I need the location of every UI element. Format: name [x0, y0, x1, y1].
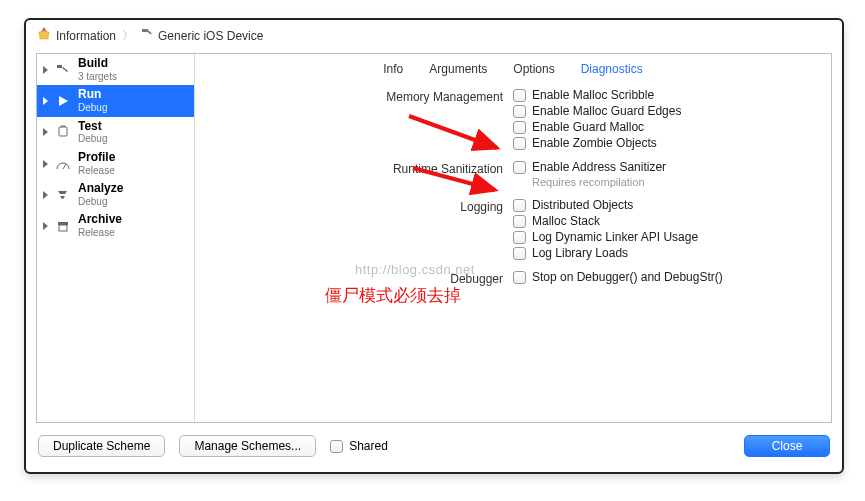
disclosure-triangle-icon[interactable]: [43, 97, 48, 105]
sidebar-item-sub: 3 targets: [78, 71, 117, 83]
tab-diagnostics[interactable]: Diagnostics: [581, 62, 643, 76]
section-label-memory: Memory Management: [213, 88, 513, 104]
tab-bar: Info Arguments Options Diagnostics: [195, 54, 831, 82]
checkbox-label: Distributed Objects: [532, 198, 633, 212]
archive-icon: [54, 218, 72, 234]
checkbox-label: Malloc Stack: [532, 214, 600, 228]
disclosure-triangle-icon[interactable]: [43, 222, 48, 230]
diagnostics-form: Memory Management Enable Malloc Scribble…: [195, 82, 831, 288]
sidebar-item-label: Build: [78, 57, 117, 71]
checkbox-label: Log Library Loads: [532, 246, 628, 260]
svg-rect-6: [59, 225, 67, 231]
annotation-text: 僵尸模式必须去掉: [325, 284, 461, 307]
duplicate-scheme-button[interactable]: Duplicate Scheme: [38, 435, 165, 457]
sidebar-item-sub: Release: [78, 227, 122, 239]
svg-rect-3: [59, 127, 67, 136]
checkbox-label: Enable Malloc Guard Edges: [532, 104, 681, 118]
run-icon: [54, 93, 72, 109]
checkbox-input[interactable]: [330, 440, 343, 453]
sidebar-item-sub: Debug: [78, 196, 123, 208]
checkbox-label: Stop on Debugger() and DebugStr(): [532, 270, 723, 284]
checkbox-malloc-stack[interactable]: Malloc Stack: [513, 214, 698, 228]
checkbox-label: Enable Guard Malloc: [532, 120, 644, 134]
build-icon: [54, 62, 72, 78]
sidebar-item-label: Archive: [78, 213, 122, 227]
manage-schemes-button[interactable]: Manage Schemes...: [179, 435, 316, 457]
close-button[interactable]: Close: [744, 435, 830, 457]
checkbox-malloc-guard-edges[interactable]: Enable Malloc Guard Edges: [513, 104, 681, 118]
disclosure-triangle-icon[interactable]: [43, 128, 48, 136]
test-icon: [54, 124, 72, 140]
tab-arguments[interactable]: Arguments: [429, 62, 487, 76]
checkbox-input[interactable]: [513, 231, 526, 244]
sidebar-item-sub: Debug: [78, 102, 107, 114]
shared-checkbox[interactable]: Shared: [330, 439, 388, 453]
checkbox-distributed-objects[interactable]: Distributed Objects: [513, 198, 698, 212]
section-label-logging: Logging: [213, 198, 513, 214]
sidebar-item-build[interactable]: Build 3 targets: [37, 54, 194, 85]
checkbox-input[interactable]: [513, 247, 526, 260]
checkbox-stop-on-debugger[interactable]: Stop on Debugger() and DebugStr(): [513, 270, 723, 284]
hint-requires-recompilation: Requires recompilation: [513, 176, 666, 188]
hint-text: Requires recompilation: [532, 176, 645, 188]
disclosure-triangle-icon[interactable]: [43, 160, 48, 168]
checkbox-input[interactable]: [513, 271, 526, 284]
sidebar-item-archive[interactable]: Archive Release: [37, 210, 194, 241]
checkbox-input[interactable]: [513, 137, 526, 150]
sidebar-item-label: Test: [78, 120, 107, 134]
checkbox-input[interactable]: [513, 89, 526, 102]
analyze-icon: [54, 187, 72, 203]
checkbox-label: Enable Address Sanitizer: [532, 160, 666, 174]
checkbox-label: Enable Zombie Objects: [532, 136, 657, 150]
sidebar-item-analyze[interactable]: Analyze Debug: [37, 179, 194, 210]
sidebar-item-run[interactable]: Run Debug: [37, 85, 194, 116]
section-label-sanitize: Runtime Sanitization: [213, 160, 513, 176]
section-label-debugger: Debugger: [213, 270, 513, 286]
app-icon: [36, 26, 52, 45]
disclosure-triangle-icon[interactable]: [43, 66, 48, 74]
breadcrumb-target[interactable]: Generic iOS Device: [158, 29, 263, 43]
disclosure-triangle-icon[interactable]: [43, 191, 48, 199]
checkbox-library-loads[interactable]: Log Library Loads: [513, 246, 698, 260]
sidebar-item-label: Run: [78, 88, 107, 102]
sidebar-item-test[interactable]: Test Debug: [37, 117, 194, 148]
sidebar-item-label: Profile: [78, 151, 115, 165]
checkbox-label: Log Dynamic Linker API Usage: [532, 230, 698, 244]
footer-bar: Duplicate Scheme Manage Schemes... Share…: [26, 423, 842, 457]
hammer-icon: [140, 27, 154, 44]
sidebar-item-sub: Release: [78, 165, 115, 177]
sidebar-item-sub: Debug: [78, 133, 107, 145]
scheme-editor-window: Information 〉 Generic iOS Device Build 3…: [24, 18, 844, 474]
checkbox-malloc-scribble[interactable]: Enable Malloc Scribble: [513, 88, 681, 102]
tab-options[interactable]: Options: [513, 62, 554, 76]
sidebar-item-label: Analyze: [78, 182, 123, 196]
scheme-sidebar: Build 3 targets Run Debug: [37, 54, 195, 422]
checkbox-guard-malloc[interactable]: Enable Guard Malloc: [513, 120, 681, 134]
breadcrumb-root[interactable]: Information: [56, 29, 116, 43]
checkbox-input[interactable]: [513, 105, 526, 118]
details-pane: Info Arguments Options Diagnostics Memor…: [195, 54, 831, 422]
breadcrumb: Information 〉 Generic iOS Device: [26, 20, 842, 53]
checkbox-label: Shared: [349, 439, 388, 453]
checkbox-dyld[interactable]: Log Dynamic Linker API Usage: [513, 230, 698, 244]
checkbox-label: Enable Malloc Scribble: [532, 88, 654, 102]
checkbox-zombie-objects[interactable]: Enable Zombie Objects: [513, 136, 681, 150]
profile-icon: [54, 156, 72, 172]
svg-line-4: [63, 164, 66, 169]
tab-info[interactable]: Info: [383, 62, 403, 76]
svg-rect-1: [147, 30, 152, 35]
content-area: Build 3 targets Run Debug: [36, 53, 832, 423]
chevron-right-icon: 〉: [122, 27, 134, 44]
checkbox-input[interactable]: [513, 199, 526, 212]
checkbox-input[interactable]: [513, 215, 526, 228]
svg-marker-2: [59, 96, 68, 106]
checkbox-input[interactable]: [513, 121, 526, 134]
checkbox-address-sanitizer[interactable]: Enable Address Sanitizer: [513, 160, 666, 174]
sidebar-item-profile[interactable]: Profile Release: [37, 148, 194, 179]
checkbox-input[interactable]: [513, 161, 526, 174]
